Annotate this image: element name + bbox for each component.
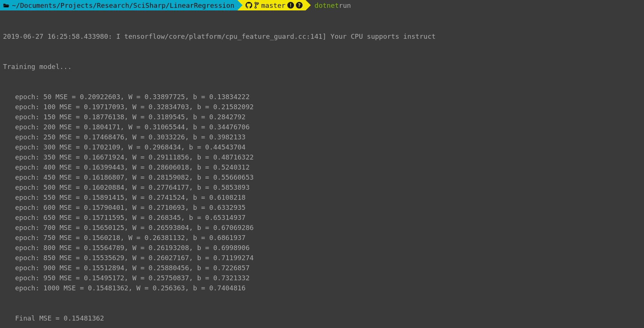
training-header: Training model... xyxy=(3,62,641,72)
epoch-line: epoch: 100 MSE = 0.19717093, W = 0.32834… xyxy=(3,102,641,112)
epoch-line: epoch: 900 MSE = 0.15512894, W = 0.25880… xyxy=(3,263,641,273)
cwd-path: ~/Documents/Projects/Research/SciSharp/L… xyxy=(12,0,234,10)
folder-open-icon xyxy=(3,1,10,11)
command-segment[interactable]: dotnet run xyxy=(306,0,354,10)
epoch-line: epoch: 950 MSE = 0.15495172, W = 0.25750… xyxy=(3,273,641,283)
epoch-line: epoch: 650 MSE = 0.15711595, W = 0.26834… xyxy=(3,212,641,223)
question-badge-icon: ? xyxy=(296,2,303,9)
command-arg: run xyxy=(339,0,351,10)
shell-prompt-bar: ~/Documents/Projects/Research/SciSharp/L… xyxy=(0,0,644,10)
epoch-line: epoch: 550 MSE = 0.15891415, W = 0.27415… xyxy=(3,192,641,202)
epoch-line: epoch: 400 MSE = 0.16399443, W = 0.28606… xyxy=(3,162,641,172)
epoch-line: epoch: 850 MSE = 0.15535629, W = 0.26027… xyxy=(3,253,641,263)
epoch-line: epoch: 300 MSE = 0.1702109, W = 0.296843… xyxy=(3,142,641,152)
epoch-line: epoch: 450 MSE = 0.16186807, W = 0.28159… xyxy=(3,172,641,182)
svg-point-2 xyxy=(257,3,259,4)
epoch-line: epoch: 700 MSE = 0.15650125, W = 0.26593… xyxy=(3,223,641,233)
tensorflow-log-line: 2019-06-27 16:25:58.433980: I tensorflow… xyxy=(3,31,641,41)
path-segment: ~/Documents/Projects/Research/SciSharp/L… xyxy=(0,0,237,10)
git-segment: master ! ? xyxy=(237,0,306,10)
epoch-line: epoch: 600 MSE = 0.15790401, W = 0.27106… xyxy=(3,202,641,212)
final-mse-line: Final MSE = 0.15481362 xyxy=(3,313,641,323)
github-icon xyxy=(246,2,252,9)
epoch-line: epoch: 1000 MSE = 0.15481362, W = 0.2563… xyxy=(3,283,641,293)
git-branch-icon xyxy=(254,2,259,9)
branch-name: master xyxy=(261,0,285,10)
epoch-line: epoch: 500 MSE = 0.16020884, W = 0.27764… xyxy=(3,182,641,192)
epoch-line: epoch: 750 MSE = 0.1560218, W = 0.263811… xyxy=(3,233,641,243)
command-text: dotnet xyxy=(315,0,339,10)
svg-point-1 xyxy=(255,7,256,8)
epoch-line: epoch: 150 MSE = 0.18776138, W = 0.31895… xyxy=(3,112,641,122)
terminal-output: 2019-06-27 16:25:58.433980: I tensorflow… xyxy=(0,10,644,328)
svg-point-0 xyxy=(255,2,256,4)
epoch-line: epoch: 350 MSE = 0.16671924, W = 0.29111… xyxy=(3,152,641,162)
warning-badge-icon: ! xyxy=(287,2,294,9)
epoch-line: epoch: 250 MSE = 0.17468476, W = 0.30332… xyxy=(3,132,641,142)
epoch-line: epoch: 800 MSE = 0.15564789, W = 0.26193… xyxy=(3,243,641,253)
epoch-line: epoch: 200 MSE = 0.1804171, W = 0.310655… xyxy=(3,122,641,132)
epoch-line: epoch: 50 MSE = 0.20922603, W = 0.338977… xyxy=(3,92,641,102)
